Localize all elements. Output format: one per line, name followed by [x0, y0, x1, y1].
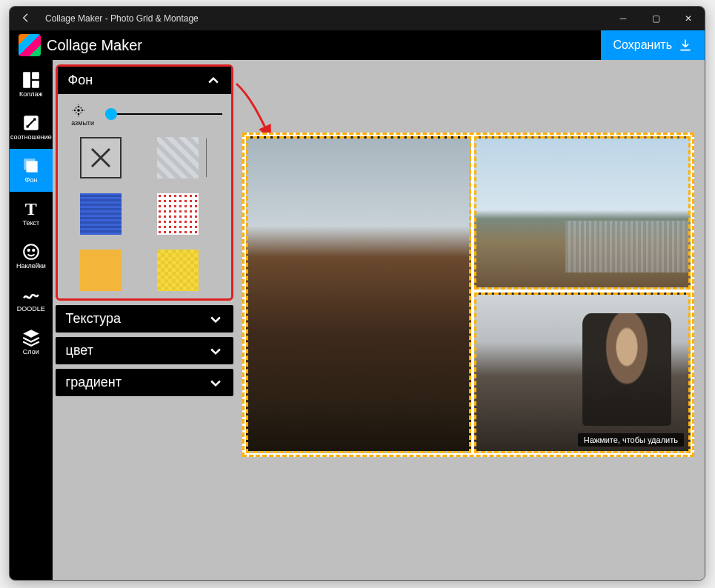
swatch-yellow[interactable] [157, 250, 199, 291]
tool-text[interactable]: T Текст [10, 192, 53, 235]
tool-label: соотношение [10, 134, 52, 141]
delete-hint: Нажмите, чтобы удалить [578, 433, 684, 447]
tool-label: Коллаж [19, 91, 43, 98]
blur-slider[interactable] [105, 113, 222, 115]
chevron-up-icon [206, 73, 221, 88]
tool-stickers[interactable]: Наклейки [10, 235, 53, 278]
section-texture: Текстура [56, 305, 233, 333]
svg-point-14 [75, 107, 76, 109]
blur-caption: азмыти [67, 119, 99, 127]
minimize-button[interactable]: ─ [607, 7, 639, 30]
back-button[interactable] [10, 12, 42, 26]
x-icon [87, 144, 114, 171]
svg-point-19 [78, 116, 79, 116]
maximize-button[interactable]: ▢ [639, 7, 672, 30]
svg-rect-0 [23, 72, 30, 88]
svg-point-21 [84, 110, 84, 110]
svg-point-7 [27, 250, 29, 251]
text-icon: T [21, 199, 41, 218]
svg-point-8 [33, 250, 34, 251]
svg-rect-1 [32, 72, 39, 79]
tool-collage[interactable]: Коллаж [10, 63, 53, 106]
blur-icon [67, 101, 90, 119]
section-header-background[interactable]: Фон [58, 67, 231, 94]
tool-label: Фон [24, 177, 37, 184]
tool-background[interactable]: Фон [10, 149, 53, 192]
svg-point-20 [72, 110, 73, 110]
collage-icon [21, 70, 41, 90]
layers-icon [21, 328, 41, 347]
section-background: Фон азмыти [56, 64, 233, 301]
section-gradient: градиент [56, 369, 233, 396]
collage-cell-top-right[interactable] [474, 136, 691, 290]
svg-point-11 [77, 113, 79, 116]
sticker-icon [21, 242, 41, 261]
section-body-background: азмыти [58, 94, 231, 294]
section-title: Текстура [66, 311, 121, 327]
chevron-down-icon [208, 375, 223, 390]
save-button[interactable]: Сохранить [601, 30, 705, 60]
app-name: Collage Maker [47, 37, 601, 54]
section-title: градиент [66, 375, 122, 390]
doodle-icon [21, 285, 41, 304]
tool-ratio[interactable]: соотношение [10, 106, 53, 149]
section-color: цвет [56, 337, 233, 364]
svg-point-16 [75, 113, 76, 114]
section-title: цвет [66, 343, 93, 358]
swatch-reddot[interactable] [157, 193, 199, 235]
canvas-area: Нажмите, чтобы удалить [236, 60, 705, 580]
app-header: Collage Maker Сохранить [10, 30, 705, 60]
swatch-separator [206, 138, 207, 177]
svg-point-13 [81, 110, 83, 112]
options-panel: Фон азмыти [53, 60, 236, 580]
swatch-grid [67, 137, 222, 291]
swatch-none[interactable] [80, 137, 122, 178]
tool-doodle[interactable]: DOODLE [10, 278, 53, 321]
section-header-texture[interactable]: Текстура [56, 305, 233, 333]
tool-layers[interactable]: Слои [10, 321, 53, 364]
ratio-icon [21, 113, 41, 133]
svg-point-18 [78, 104, 79, 105]
svg-point-6 [24, 244, 39, 259]
collage-cell-left[interactable] [246, 136, 471, 453]
collage-cell-bottom-right[interactable]: Нажмите, чтобы удалить [474, 293, 691, 453]
tool-label: Слои [23, 349, 39, 356]
svg-point-10 [77, 106, 79, 108]
chevron-down-icon [208, 344, 223, 358]
svg-rect-2 [32, 81, 39, 88]
background-icon [21, 156, 41, 176]
close-button[interactable]: ✕ [672, 7, 705, 30]
blur-control: азмыти [67, 101, 222, 127]
swatch-blue[interactable] [80, 193, 122, 235]
window-title: Collage Maker - Photo Grid & Montage [42, 13, 607, 24]
chevron-down-icon [208, 312, 223, 327]
section-header-gradient[interactable]: градиент [56, 369, 233, 396]
swatch-grey3d[interactable] [157, 137, 199, 178]
titlebar: Collage Maker - Photo Grid & Montage ─ ▢… [10, 7, 705, 30]
section-header-color[interactable]: цвет [56, 337, 233, 364]
app-window: Collage Maker - Photo Grid & Montage ─ ▢… [9, 6, 705, 581]
left-toolbar: Коллаж соотношение Фон T Текст Наклейки … [10, 60, 53, 580]
svg-point-15 [80, 107, 82, 109]
app-logo-icon [19, 34, 41, 56]
tool-label: Наклейки [16, 263, 46, 270]
blur-label-group: азмыти [67, 101, 99, 127]
svg-point-12 [73, 110, 76, 112]
collage-frame[interactable]: Нажмите, чтобы удалить [242, 133, 694, 457]
tool-label: DOODLE [17, 306, 45, 313]
download-icon [678, 38, 693, 53]
section-title: Фон [68, 73, 93, 88]
save-label: Сохранить [613, 39, 672, 52]
tool-label: Текст [22, 220, 39, 227]
svg-point-17 [80, 113, 82, 114]
svg-rect-5 [24, 158, 35, 170]
swatch-orange[interactable] [80, 250, 122, 291]
svg-point-9 [77, 109, 80, 112]
